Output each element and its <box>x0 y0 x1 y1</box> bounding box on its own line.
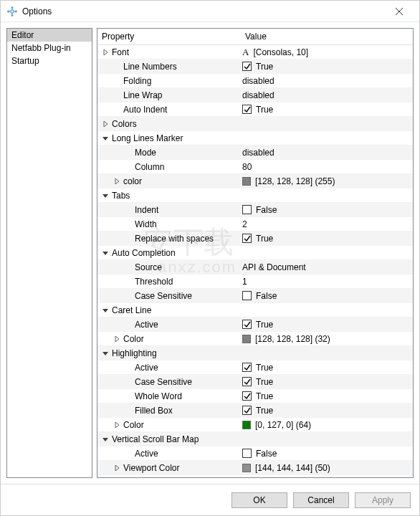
value-cell[interactable]: 80 <box>241 162 413 172</box>
property-label: Filled Box <box>133 406 173 416</box>
sidebar-item-editor[interactable]: Editor <box>7 29 92 42</box>
property-row[interactable]: Colors <box>97 117 413 131</box>
chevron-right-icon[interactable] <box>100 49 110 55</box>
checkbox[interactable] <box>242 449 252 458</box>
property-row[interactable]: Highlighting <box>97 346 413 360</box>
property-cell: Tabs <box>97 191 241 201</box>
chevron-down-icon[interactable] <box>100 250 110 256</box>
property-row[interactable]: Column80 <box>97 160 413 174</box>
checkbox[interactable] <box>242 391 252 401</box>
property-cell: Filled Box <box>97 406 241 416</box>
value-cell[interactable]: 1 <box>241 277 413 287</box>
property-row[interactable]: Vertical Scroll Bar Map <box>97 432 413 446</box>
checkbox[interactable] <box>242 234 252 243</box>
property-row[interactable]: Line NumbersTrue <box>97 59 413 74</box>
color-swatch[interactable] <box>242 421 251 429</box>
chevron-right-icon[interactable] <box>112 178 122 184</box>
property-label: Viewport Color <box>122 463 179 473</box>
property-row[interactable]: IndentFalse <box>97 203 413 217</box>
value-cell[interactable]: False <box>241 449 413 459</box>
property-row[interactable]: ActiveTrue <box>97 317 413 332</box>
property-row[interactable]: Threshold1 <box>97 274 413 289</box>
property-row[interactable]: Tabs <box>97 188 413 203</box>
property-row[interactable]: Auto IndentTrue <box>97 102 413 117</box>
chevron-right-icon[interactable] <box>112 422 122 428</box>
property-row[interactable]: Color[0, 127, 0] (64) <box>97 418 413 432</box>
value-cell[interactable]: False <box>241 205 413 215</box>
property-row[interactable]: Width2 <box>97 217 413 231</box>
value-cell[interactable]: disabled <box>241 76 413 86</box>
value-cell[interactable]: disabled <box>241 148 413 158</box>
property-row[interactable]: Long Lines Marker <box>97 131 413 145</box>
property-cell: Color <box>97 334 241 344</box>
sidebar-item-startup[interactable]: Startup <box>7 54 92 67</box>
value-text: 1 <box>242 277 247 287</box>
property-row[interactable]: Case SensitiveTrue <box>97 375 413 389</box>
checkbox[interactable] <box>242 320 252 329</box>
property-row[interactable]: Replace with spacesTrue <box>97 231 413 246</box>
property-label: Threshold <box>133 277 173 287</box>
property-row[interactable]: Foldingdisabled <box>97 74 413 88</box>
chevron-down-icon[interactable] <box>100 436 110 442</box>
property-row[interactable]: Caret Line <box>97 303 413 317</box>
value-cell[interactable]: True <box>241 377 413 387</box>
value-cell[interactable]: True <box>241 62 413 72</box>
value-cell[interactable]: API & Document <box>241 262 413 272</box>
value-cell[interactable]: False <box>241 291 413 301</box>
property-row[interactable]: ActiveTrue <box>97 360 413 375</box>
value-cell[interactable]: [128, 128, 128] (32) <box>241 334 413 344</box>
chevron-down-icon[interactable] <box>100 193 110 199</box>
value-cell[interactable]: True <box>241 391 413 401</box>
value-cell[interactable]: [128, 128, 128] (255) <box>241 176 413 186</box>
value-cell[interactable]: True <box>241 406 413 416</box>
close-button[interactable] <box>385 1 414 22</box>
chevron-down-icon[interactable] <box>100 135 110 141</box>
value-cell[interactable]: True <box>241 363 413 373</box>
value-cell[interactable]: 2 <box>241 219 413 229</box>
value-cell[interactable]: A[Consolas, 10] <box>241 47 413 58</box>
property-row[interactable]: Modedisabled <box>97 145 413 160</box>
property-label: Color <box>122 420 144 430</box>
property-row[interactable]: Color[128, 128, 128] (32) <box>97 332 413 346</box>
property-row[interactable]: SourceAPI & Document <box>97 260 413 274</box>
value-cell[interactable]: True <box>241 477 413 479</box>
checkbox[interactable] <box>242 62 252 71</box>
property-row[interactable]: Filled BoxTrue <box>97 403 413 418</box>
sidebar-item-netfabb-plug-in[interactable]: Netfabb Plug-in <box>7 42 92 54</box>
checkbox[interactable] <box>242 377 252 386</box>
value-cell[interactable]: [144, 144, 144] (50) <box>241 463 413 473</box>
color-swatch[interactable] <box>242 177 251 186</box>
checkbox[interactable] <box>242 105 252 114</box>
checkbox[interactable] <box>242 363 252 372</box>
chevron-right-icon[interactable] <box>112 336 122 342</box>
value-cell[interactable]: True <box>241 234 413 244</box>
value-cell[interactable]: True <box>241 105 413 115</box>
chevron-right-icon[interactable] <box>112 465 122 471</box>
property-row[interactable]: Viewport Color[144, 144, 144] (50) <box>97 461 413 475</box>
property-row[interactable]: Case SensitiveFalse <box>97 289 413 303</box>
category-sidebar: EditorNetfabb Plug-inStartup <box>6 28 92 478</box>
chevron-down-icon[interactable] <box>100 307 110 313</box>
property-row[interactable]: Auto Completion <box>97 246 413 260</box>
value-text: disabled <box>242 76 275 86</box>
value-cell[interactable]: disabled <box>241 90 413 100</box>
checkbox[interactable] <box>242 205 252 214</box>
ok-button[interactable]: OK <box>232 492 287 508</box>
value-cell[interactable]: True <box>241 320 413 330</box>
chevron-down-icon[interactable] <box>100 350 110 356</box>
color-swatch[interactable] <box>242 464 251 472</box>
property-row[interactable]: color[128, 128, 128] (255) <box>97 174 413 188</box>
property-row[interactable]: ActiveFalse <box>97 446 413 461</box>
value-cell[interactable]: [0, 127, 0] (64) <box>241 420 413 430</box>
cancel-button[interactable]: Cancel <box>293 492 349 508</box>
property-row[interactable]: FontA[Consolas, 10] <box>97 45 413 59</box>
property-row[interactable]: Show Preview TooltipTrue <box>97 475 413 478</box>
property-row[interactable]: Line Wrapdisabled <box>97 88 413 102</box>
titlebar: Options <box>1 1 419 22</box>
chevron-right-icon[interactable] <box>100 121 110 127</box>
color-swatch[interactable] <box>242 335 251 343</box>
checkbox[interactable] <box>242 477 252 478</box>
checkbox[interactable] <box>242 406 252 415</box>
checkbox[interactable] <box>242 291 252 300</box>
property-row[interactable]: Whole WordTrue <box>97 389 413 403</box>
